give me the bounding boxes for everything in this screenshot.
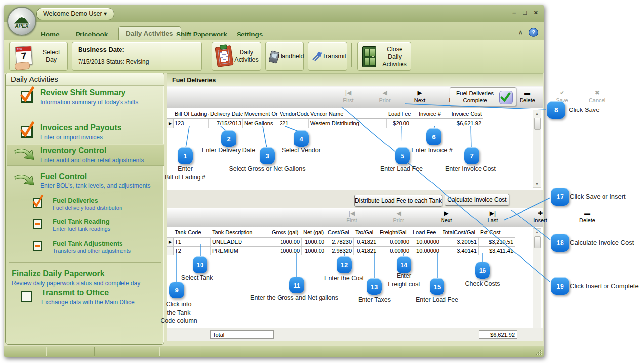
callout-1-label: Enter Bill of Lading # — [141, 165, 230, 181]
grid-cell[interactable]: $3,411.41 — [479, 247, 515, 255]
handheld-button[interactable]: Handheld — [265, 42, 304, 71]
grid-cell[interactable]: $3,210.51 — [479, 238, 515, 246]
grid-cell[interactable]: 0.00000 — [378, 238, 411, 246]
next-icon: ▶ — [406, 89, 434, 97]
scrollbar-thumb[interactable] — [534, 236, 541, 248]
tab-settings[interactable]: Settings — [237, 31, 263, 38]
column-header: Freight/Gal — [378, 228, 411, 237]
grid-cell[interactable]: 0.41821 — [354, 238, 378, 246]
transmit-button[interactable]: Transmit — [308, 42, 347, 71]
grid-cell[interactable]: 221 — [278, 119, 309, 128]
callout-10-badge: 10 — [193, 256, 207, 273]
grid-cell[interactable]: 3.20051 — [441, 238, 479, 246]
grid-cell[interactable] — [411, 119, 442, 128]
apex-logo-icon: APEX — [7, 7, 36, 36]
prior-button[interactable]: ◀Prior — [371, 89, 399, 104]
sidebar-item-title: Fuel Control — [40, 172, 87, 181]
sidebar-item-title: Fuel Tank Adjustments — [53, 240, 123, 247]
grid-cell[interactable]: 1000.00 — [270, 238, 302, 246]
user-menu-button[interactable]: Welcome Demo User ▾ — [36, 8, 114, 20]
grid-cell[interactable]: 10.00000 — [411, 247, 441, 255]
save-icon: ✔ — [548, 89, 576, 97]
grid-cell[interactable]: 1000.00 — [302, 247, 326, 255]
scrollbar-thumb[interactable] — [534, 118, 541, 130]
sidebar-section-title: Finalize Daily Paperwork — [12, 269, 105, 278]
collapse-ribbon-icon[interactable]: ∧ — [518, 29, 523, 36]
next-button[interactable]: ▶Next — [433, 209, 460, 224]
grid-cell[interactable]: $20.00 — [387, 119, 411, 128]
prior-label: Prior — [385, 218, 412, 224]
first-button[interactable]: |◀First — [334, 89, 362, 104]
deliveries-grid-scrollbar[interactable]: ▲ ▼ — [533, 110, 541, 188]
tab-shift-paperwork[interactable]: Shift Paperwork — [176, 31, 227, 38]
cancel-button[interactable]: ✖Cancel — [583, 89, 611, 104]
grid-cell[interactable]: 1000.00 — [302, 238, 326, 246]
close-button[interactable]: × — [534, 9, 538, 16]
sidebar-item-subtitle: Fuel delivery load distributon — [53, 205, 122, 211]
grid-cell[interactable]: 2.78230 — [326, 238, 354, 246]
first-label: First — [334, 97, 362, 104]
grid-cell[interactable]: 10.00000 — [411, 238, 441, 246]
grid-cell[interactable]: 7/15/2013 — [209, 119, 243, 128]
tab-home[interactable]: Home — [41, 31, 60, 38]
callout-14-badge: 14 — [397, 256, 411, 273]
fuel-deliveries-complete-label: Fuel Deliveries Complete — [453, 90, 497, 104]
sidebar-item-title: Fuel Deliveries — [53, 197, 98, 204]
callout-7-badge: 7 — [464, 147, 479, 164]
next-button[interactable]: ▶Next — [406, 89, 434, 104]
sidebar-item-subtitle: Transfers and other adjustments — [53, 248, 131, 254]
column-header: Gross (gal) — [270, 228, 302, 237]
screenshot-root: APEX Welcome Demo User ▾ – □ × Home Pric… — [0, 0, 644, 363]
select-day-button[interactable]: Thu 7 Select Day — [9, 42, 68, 71]
app-window: APEX Welcome Demo User ▾ – □ × Home Pric… — [4, 5, 544, 357]
grid-cell[interactable]: 0.41821 — [354, 247, 378, 255]
scroll-up-icon[interactable]: ▲ — [533, 112, 541, 115]
minimize-button[interactable]: – — [512, 9, 516, 16]
grid-cell[interactable]: 1000.00 — [270, 247, 302, 255]
maximize-button[interactable]: □ — [523, 9, 527, 16]
scroll-up-icon[interactable]: ▲ — [533, 230, 541, 234]
green-arrow-icon — [14, 173, 37, 187]
fuel-deliveries-complete-button[interactable]: Fuel Deliveries Complete — [450, 87, 516, 106]
grid-cell[interactable]: 2.98320 — [326, 247, 354, 255]
scroll-down-icon[interactable]: ▼ — [533, 182, 541, 186]
callout-17-badge: 17 — [551, 188, 569, 206]
column-header: Cost/Gal — [326, 228, 354, 237]
delete-button[interactable]: ▬Delete — [573, 209, 601, 224]
callout-16-label: Check Costs — [438, 280, 527, 288]
last-button[interactable]: ▶|Last — [479, 209, 507, 224]
grid-cell[interactable]: $6,621.92 — [442, 119, 483, 128]
status-bar — [4, 346, 544, 357]
callout-15-label: Enter Load Fee — [393, 296, 482, 304]
grid-cell[interactable]: Net Gallons — [243, 119, 278, 128]
callout-8-badge: 8 — [547, 101, 565, 119]
grid-cell[interactable]: 123 — [173, 119, 209, 128]
tab-daily-activities[interactable]: Daily Activities — [118, 26, 181, 40]
tanks-grid-scrollbar[interactable]: ▲ ▼ — [533, 228, 541, 340]
mountain-logo-icon: APEX — [11, 11, 32, 32]
tab-pricebook[interactable]: Pricebook — [76, 31, 108, 38]
insert-button[interactable]: ✚Insert — [526, 209, 554, 224]
grid-cell[interactable]: Western Distributing — [309, 119, 387, 128]
calculate-invoice-cost-button[interactable]: Calculate Invoice Cost — [445, 194, 509, 206]
sidebar-title: Daily Activities — [6, 73, 164, 86]
first-button[interactable]: |◀First — [338, 209, 365, 224]
callout-19-label: Click Insert or Complete — [570, 282, 639, 290]
callout-10-label: Select Tank — [153, 274, 242, 282]
daily-activities-button[interactable]: Daily Activities — [212, 42, 261, 71]
grid-cell[interactable]: 0.00000 — [378, 247, 411, 255]
grid-cell[interactable]: UNLEADED — [211, 238, 270, 246]
grid-cell[interactable]: 3.40141 — [441, 247, 479, 255]
orange-check-icon — [20, 86, 37, 102]
grid-cell[interactable]: PREMIUM — [211, 247, 270, 255]
prior-button[interactable]: ◀Prior — [385, 209, 412, 224]
column-header: Ext Cost — [479, 228, 515, 237]
callout-18-label: Calculate Invoice Cost — [570, 239, 634, 247]
delete-button[interactable]: ▬Delete — [514, 89, 541, 104]
grid-cell[interactable]: T1 — [173, 238, 211, 246]
grid-cell[interactable]: T2 — [173, 247, 211, 255]
distribute-load-fee-button[interactable]: Distribute Load Fee to each Tank — [354, 195, 442, 207]
close-daily-activities-button[interactable]: Close Daily Activities — [357, 42, 411, 71]
help-icon[interactable]: ? — [529, 28, 538, 37]
resize-grip[interactable] — [536, 350, 541, 355]
